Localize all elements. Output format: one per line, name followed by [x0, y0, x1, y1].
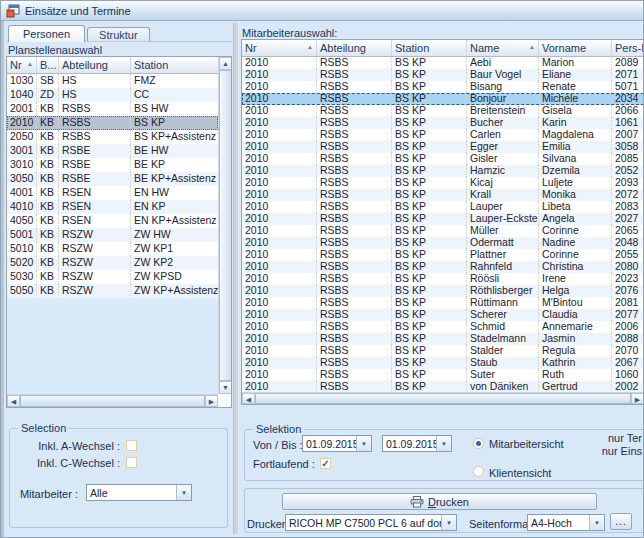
scroll-up-icon[interactable]: ▲	[219, 57, 232, 70]
table-cell: ZW KP2	[131, 256, 218, 270]
table-row[interactable]: 5001KBRSZWZW HW	[7, 228, 218, 242]
table-row[interactable]: 5050KBRSZWZW KP+Assistenz	[7, 284, 218, 298]
chevron-down-icon[interactable]: ▼	[356, 436, 371, 451]
table-row[interactable]: 2010RSBSBS KPPlattnerCorinne2055	[242, 249, 644, 261]
table-row[interactable]: 2010KBRSBSBS KP	[7, 116, 218, 130]
table-cell: 1030	[7, 74, 37, 88]
table-row[interactable]: 1040ZDHSCC	[7, 88, 218, 102]
tab-struktur[interactable]: Struktur	[87, 27, 150, 42]
fortlaufend-checkbox[interactable]	[320, 458, 331, 469]
table-cell: KB	[37, 214, 59, 228]
table-cell: BS KP	[392, 297, 467, 309]
horizontal-scrollbar[interactable]: ◀ ▶	[242, 392, 644, 404]
table-row[interactable]: 2010RSBSBS KPStalderRegula2070	[242, 345, 644, 357]
mitarbeitersicht-radio[interactable]	[473, 438, 484, 449]
table-row[interactable]: 2010RSBSBS KPLauper-EcksteinAngela2027	[242, 213, 644, 225]
table-row[interactable]: 1030SBHSFMZ	[7, 74, 218, 88]
table-row[interactable]: 2010RSBSBS KPSchmidAnnemarie2006	[242, 321, 644, 333]
table-cell: RSBS	[317, 345, 392, 357]
table-row[interactable]: 2010RSBSBS KPHamzicDzemila2052	[242, 165, 644, 177]
table-row[interactable]: 5030KBRSZWZW KPSD	[7, 270, 218, 284]
chevron-down-icon[interactable]: ▼	[589, 515, 604, 530]
table-row[interactable]: 4010KBRSENEN KP	[7, 200, 218, 214]
column-header-station[interactable]: Station	[131, 57, 218, 74]
panel-splitter[interactable]	[233, 23, 239, 534]
table-row[interactable]: 2010RSBSBS KPSchererClaudia2077	[242, 309, 644, 321]
scroll-down-icon[interactable]: ▼	[219, 381, 232, 394]
vertical-scrollbar[interactable]: ▲ ▼	[218, 57, 231, 394]
table-row[interactable]: 2050KBRSBSBS KP+Assistenz	[7, 130, 218, 144]
table-row[interactable]: 5010KBRSZWZW KP1	[7, 242, 218, 256]
date-from-picker[interactable]: 01.09.2015 ▼	[302, 435, 372, 452]
table-row[interactable]: 2010RSBSBS KPOdermattNadine2048	[242, 237, 644, 249]
drucken-button[interactable]: Drucken	[282, 493, 597, 510]
table-row[interactable]: 2010RSBSBS KPBreitensteinGisela2066	[242, 105, 644, 117]
inkl-a-wechsel-checkbox[interactable]	[126, 440, 137, 451]
table-row[interactable]: 2010RSBSBS KPRöthlisbergerHelga2076	[242, 285, 644, 297]
table-row[interactable]: 2010RSBSBS KPEggerEmilia3058	[242, 141, 644, 153]
column-header-station[interactable]: Station	[392, 40, 467, 57]
table-row[interactable]: 2010RSBSBS KPBonjourMichèle2034	[242, 93, 644, 105]
drucker-combobox[interactable]: RICOH MP C7500 PCL 6 auf domissrv01 (um …	[285, 514, 457, 531]
table-cell: BS KP	[392, 105, 467, 117]
column-header-nr[interactable]: Nr▲	[242, 40, 317, 57]
table-row[interactable]: 4001KBRSENEN HW	[7, 186, 218, 200]
scroll-left-icon[interactable]: ◀	[242, 393, 255, 404]
table-row[interactable]: 4050KBRSENEN KP+Assistenz	[7, 214, 218, 228]
table-row[interactable]: 2010RSBSBS KPRahnfeldChristina2080	[242, 261, 644, 273]
scroll-thumb[interactable]	[20, 395, 205, 407]
mitarbeiter-combobox[interactable]: Alle ▼	[86, 484, 192, 501]
table-row[interactable]: 3001KBRSBEBE HW	[7, 144, 218, 158]
table-row[interactable]: 2010RSBSBS KPRüttimannM'Bintou2081	[242, 297, 644, 309]
chevron-down-icon[interactable]: ▼	[176, 485, 191, 500]
table-row[interactable]: 2010RSBSBS KPAebiMarion2089	[242, 57, 644, 69]
table-row[interactable]: 2010RSBSBS KPBaur VogelEliane2071	[242, 69, 644, 81]
column-header-nr[interactable]: Nr▲	[7, 57, 37, 74]
table-row[interactable]: 2001KBRSBSBS HW	[7, 102, 218, 116]
table-row[interactable]: 2010RSBSBS KPSuterRuth1060	[242, 369, 644, 381]
table-row[interactable]: 2010RSBSBS KPStaubKathrin2067	[242, 357, 644, 369]
table-cell: 2067	[612, 357, 644, 369]
scroll-right-icon[interactable]: ▶	[631, 393, 644, 404]
chevron-down-icon[interactable]: ▼	[441, 515, 456, 530]
table-row[interactable]: 3050KBRSBEBE KP+Assistenz	[7, 172, 218, 186]
titlebar[interactable]: Einsätze und Termine	[1, 1, 644, 21]
date-to-picker[interactable]: 01.09.2015 ▼	[382, 435, 452, 452]
table-row[interactable]: 2010RSBSBS KPMüllerCorinne2065	[242, 225, 644, 237]
table-row[interactable]: 2010RSBSBS KPKicajLuljete2093	[242, 177, 644, 189]
column-header-name[interactable]: Name▲	[467, 40, 539, 57]
chevron-down-icon[interactable]: ▼	[436, 436, 451, 451]
table-row[interactable]: 2010RSBSBS KPvon DänikenGertrud2002	[242, 381, 644, 392]
table-row[interactable]: 2010RSBSBS KPLauperLibeta2083	[242, 201, 644, 213]
table-cell: Corinne	[539, 249, 612, 261]
klientensicht-radio[interactable]	[473, 466, 484, 477]
inkl-c-wechsel-checkbox[interactable]	[126, 457, 137, 468]
table-row[interactable]: 2010RSBSBS KPRöösliIrene2023	[242, 273, 644, 285]
table-cell: 5030	[7, 270, 37, 284]
table-row[interactable]: 5020KBRSZWZW KP2	[7, 256, 218, 270]
scroll-thumb[interactable]	[255, 393, 631, 404]
column-header-b[interactable]: B...	[37, 57, 59, 74]
table-row[interactable]: 2010RSBSBS KPBucherKarin1061	[242, 117, 644, 129]
column-header-abteilung[interactable]: Abteilung	[317, 40, 392, 57]
scroll-left-icon[interactable]: ◀	[7, 395, 20, 407]
scroll-thumb[interactable]	[219, 70, 232, 381]
table-row[interactable]: 2010RSBSBS KPStadelmannJasmin2088	[242, 333, 644, 345]
more-options-button[interactable]: ...	[610, 513, 632, 530]
seitenformat-combobox[interactable]: A4-Hoch ▼	[527, 514, 605, 531]
column-header-label: Station	[395, 42, 429, 54]
column-header-vorname[interactable]: Vorname	[539, 40, 612, 57]
column-header-persnr[interactable]: Pers-Nr	[612, 40, 644, 57]
tab-personen[interactable]: Personen	[8, 25, 85, 42]
table-row[interactable]: 2010RSBSBS KPBisangRenate5071	[242, 81, 644, 93]
horizontal-scrollbar[interactable]: ◀ ▶	[7, 394, 218, 407]
column-header-abteilung[interactable]: Abteilung	[59, 57, 131, 74]
table-row[interactable]: 2010RSBSBS KPCarlenMagdalena2007	[242, 129, 644, 141]
table-row[interactable]: 2010RSBSBS KPGislerSilvana2085	[242, 153, 644, 165]
scroll-right-icon[interactable]: ▶	[205, 395, 218, 407]
table-cell: 2010	[242, 273, 317, 285]
table-cell: RSBS	[317, 261, 392, 273]
table-row[interactable]: 3010KBRSBEBE KP	[7, 158, 218, 172]
table-cell: RSZW	[59, 284, 131, 298]
table-row[interactable]: 2010RSBSBS KPKrallMonika2072	[242, 189, 644, 201]
